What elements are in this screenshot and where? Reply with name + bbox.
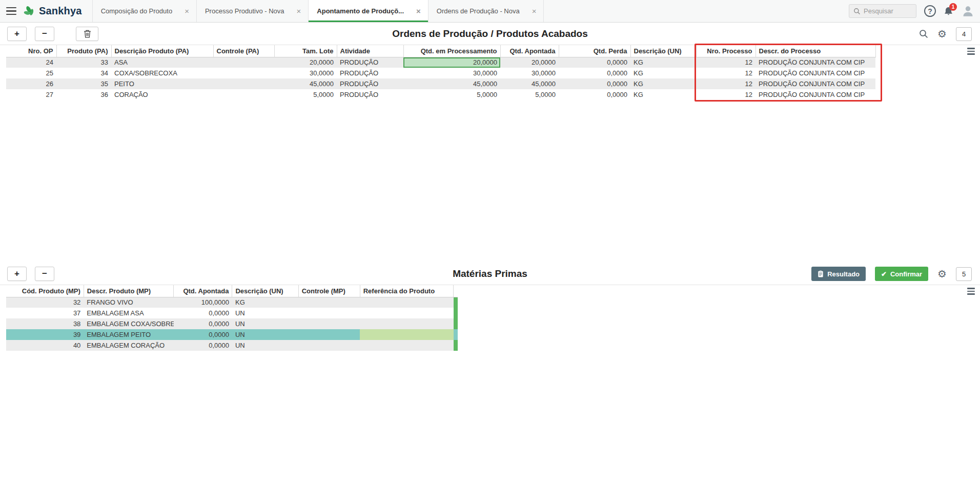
cell[interactable]: UN: [232, 308, 298, 318]
cell[interactable]: KG: [630, 57, 696, 68]
cell[interactable]: [360, 329, 454, 340]
cell[interactable]: PRODUÇÃO CONJUNTA COM CIP: [756, 89, 875, 100]
sankhya-logo[interactable]: Sankhya: [23, 0, 92, 22]
cell[interactable]: 100,0000: [174, 297, 232, 308]
cell[interactable]: 27: [6, 89, 56, 100]
column-header[interactable]: Atividade: [337, 45, 403, 57]
cell[interactable]: [360, 318, 454, 329]
cell[interactable]: PRODUÇÃO: [337, 78, 403, 89]
cell[interactable]: ASA: [111, 57, 213, 68]
cell[interactable]: 0,0000: [559, 89, 630, 100]
column-header[interactable]: Cód. Produto (MP): [6, 285, 84, 297]
column-header[interactable]: Descrição (UN): [630, 45, 696, 57]
grid-columns-menu-icon[interactable]: [967, 288, 975, 295]
cell[interactable]: 0,0000: [174, 329, 232, 340]
cell[interactable]: 40: [6, 340, 84, 351]
tab-1[interactable]: Composição do Produto×: [92, 0, 197, 22]
cell[interactable]: 0,0000: [559, 68, 630, 78]
column-header[interactable]: Descrição (UN): [232, 285, 298, 297]
cell[interactable]: UN: [232, 318, 298, 329]
column-header[interactable]: Qtd. Apontada: [174, 285, 232, 297]
cell[interactable]: UN: [232, 329, 298, 340]
grid-columns-menu-icon[interactable]: [967, 48, 975, 55]
tab-3[interactable]: Apontamento de Produçõ...×: [309, 0, 428, 22]
resultado-button[interactable]: Resultado: [811, 267, 866, 281]
column-header[interactable]: Tam. Lote: [274, 45, 337, 57]
gear-icon[interactable]: ⚙: [937, 29, 947, 39]
grid-search-icon[interactable]: [919, 29, 928, 38]
cell[interactable]: [298, 340, 360, 351]
cell[interactable]: 0,0000: [174, 308, 232, 318]
user-avatar[interactable]: [961, 4, 975, 18]
menu-icon[interactable]: [0, 0, 23, 22]
tab-close-icon[interactable]: ×: [185, 7, 189, 15]
cell[interactable]: [360, 340, 454, 351]
cell[interactable]: PRODUÇÃO: [337, 89, 403, 100]
cell[interactable]: PRODUÇÃO CONJUNTA COM CIP: [756, 57, 875, 68]
add-row-button[interactable]: +: [7, 27, 27, 41]
cell[interactable]: PRODUÇÃO: [337, 68, 403, 78]
column-header[interactable]: Controle (MP): [298, 285, 360, 297]
tab-close-icon[interactable]: ×: [416, 7, 421, 15]
cell[interactable]: PRODUÇÃO CONJUNTA COM CIP: [756, 78, 875, 89]
cell[interactable]: 12: [696, 68, 756, 78]
cell[interactable]: PEITO: [111, 78, 213, 89]
table-row[interactable]: 38EMBALAGEM COXA/SOBREC0,0000UN: [6, 318, 458, 329]
cell[interactable]: 45,0000: [274, 78, 337, 89]
tab-4[interactable]: Ordens de Produção - Nova×: [428, 0, 544, 22]
cell[interactable]: [298, 297, 360, 308]
cell[interactable]: 12: [696, 78, 756, 89]
cell[interactable]: EMBALAGEM ASA: [84, 308, 174, 318]
cell[interactable]: 34: [56, 68, 111, 78]
cell[interactable]: 12: [696, 89, 756, 100]
cell[interactable]: [213, 68, 274, 78]
cell[interactable]: 5,0000: [274, 89, 337, 100]
cell[interactable]: KG: [630, 89, 696, 100]
cell[interactable]: FRANGO VIVO: [84, 297, 174, 308]
cell[interactable]: UN: [232, 340, 298, 351]
cell[interactable]: [213, 57, 274, 68]
cell[interactable]: 45,0000: [403, 78, 500, 89]
cell[interactable]: COXA/SOBRECOXA: [111, 68, 213, 78]
cell[interactable]: [360, 308, 454, 318]
cell[interactable]: KG: [232, 297, 298, 308]
cell[interactable]: KG: [630, 78, 696, 89]
help-icon[interactable]: ?: [924, 5, 936, 17]
cell[interactable]: [298, 318, 360, 329]
column-header[interactable]: Descr. Produto (MP): [84, 285, 174, 297]
cell[interactable]: 33: [56, 57, 111, 68]
cell[interactable]: [298, 329, 360, 340]
cell[interactable]: 32: [6, 297, 84, 308]
cell[interactable]: 35: [56, 78, 111, 89]
table-row[interactable]: 2534COXA/SOBRECOXA30,0000PRODUÇÃO30,0000…: [6, 68, 875, 78]
column-header[interactable]: Qtd. Perda: [559, 45, 630, 57]
tab-close-icon[interactable]: ×: [297, 7, 301, 15]
cell[interactable]: [360, 297, 454, 308]
tab-close-icon[interactable]: ×: [532, 7, 537, 15]
notifications-icon[interactable]: 1: [944, 6, 953, 16]
table-row[interactable]: 2635PEITO45,0000PRODUÇÃO45,000045,00000,…: [6, 78, 875, 89]
delete-button[interactable]: [76, 27, 98, 41]
column-header[interactable]: Referência do Produto: [360, 285, 454, 297]
cell[interactable]: 38: [6, 318, 84, 329]
cell[interactable]: EMBALAGEM COXA/SOBREC: [84, 318, 174, 329]
cell[interactable]: PRODUÇÃO CONJUNTA COM CIP: [756, 68, 875, 78]
cell[interactable]: 20,0000: [403, 57, 500, 68]
cell[interactable]: EMBALAGEM PEITO: [84, 329, 174, 340]
cell[interactable]: [213, 89, 274, 100]
remove-row-button[interactable]: −: [35, 267, 54, 281]
cell[interactable]: 5,0000: [403, 89, 500, 100]
table-row[interactable]: 37EMBALAGEM ASA0,0000UN: [6, 308, 458, 318]
cell[interactable]: 36: [56, 89, 111, 100]
cell[interactable]: 20,0000: [274, 57, 337, 68]
column-header[interactable]: Controle (PA): [213, 45, 274, 57]
cell[interactable]: 24: [6, 57, 56, 68]
add-row-button[interactable]: +: [7, 267, 27, 281]
cell[interactable]: 0,0000: [559, 78, 630, 89]
cell[interactable]: CORAÇÃO: [111, 89, 213, 100]
cell[interactable]: 0,0000: [174, 340, 232, 351]
cell[interactable]: 12: [696, 57, 756, 68]
cell[interactable]: [213, 78, 274, 89]
cell[interactable]: 45,0000: [500, 78, 559, 89]
column-header[interactable]: Descrição Produto (PA): [111, 45, 213, 57]
